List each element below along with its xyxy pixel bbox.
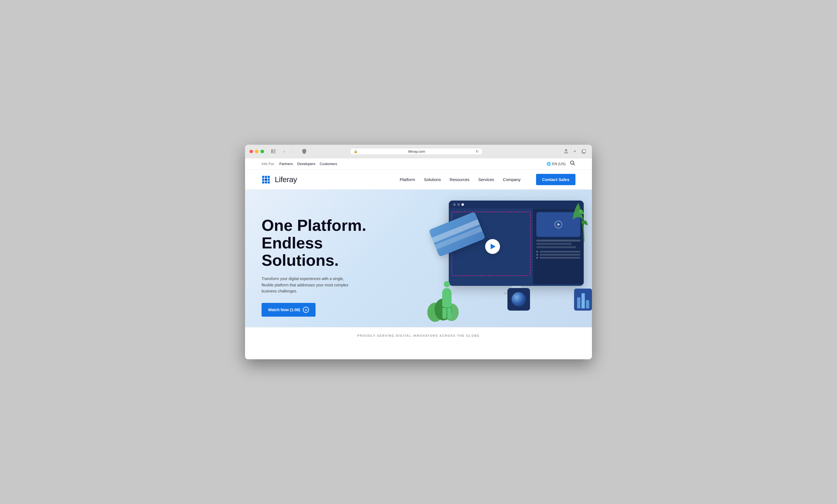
svg-rect-0 xyxy=(271,149,273,153)
info-bar-left: Info For: Partners Developers Customers xyxy=(262,162,337,166)
play-button-overlay[interactable] xyxy=(485,239,500,254)
info-bar-right: 🌐 EN (US) xyxy=(547,161,575,167)
person-figure xyxy=(442,281,451,319)
svg-point-6 xyxy=(570,161,574,164)
bottom-bar: PROUDLY SERVING DIGITAL INNOVATORS ACROS… xyxy=(245,327,592,344)
hero-content: One Platform. Endless Solutions. Transfo… xyxy=(262,217,383,317)
svg-rect-8 xyxy=(265,176,267,178)
nav-company[interactable]: Company xyxy=(503,177,521,182)
hero-section: One Platform. Endless Solutions. Transfo… xyxy=(245,189,592,327)
search-button[interactable] xyxy=(570,161,575,167)
developers-link[interactable]: Developers xyxy=(297,162,316,166)
nav-platform[interactable]: Platform xyxy=(400,177,415,182)
share-button[interactable] xyxy=(562,148,570,154)
logo-text: Liferay xyxy=(275,175,297,184)
back-button[interactable]: ‹ xyxy=(281,148,288,154)
address-bar[interactable]: 🔒 liferay.com ↻ xyxy=(350,148,482,155)
plant-right xyxy=(573,198,592,243)
contact-sales-button[interactable]: Contact Sales xyxy=(536,174,575,185)
minimize-button[interactable] xyxy=(255,150,259,153)
svg-rect-3 xyxy=(273,152,275,153)
hero-illustration xyxy=(410,195,592,327)
globe-icon: 🌐 xyxy=(547,162,551,166)
proudly-text: PROUDLY SERVING DIGITAL INNOVATORS ACROS… xyxy=(262,334,575,337)
hero-subtitle: Transform your digital experiences with … xyxy=(262,276,350,294)
video-play-icon xyxy=(554,221,562,228)
customers-link[interactable]: Customers xyxy=(320,162,337,166)
svg-rect-2 xyxy=(273,151,275,152)
svg-rect-7 xyxy=(262,176,264,178)
svg-rect-1 xyxy=(273,149,275,150)
svg-rect-12 xyxy=(268,179,270,181)
windows-button[interactable] xyxy=(580,148,588,154)
analytics-widget xyxy=(574,288,592,311)
forward-button[interactable]: › xyxy=(289,148,297,154)
nav-resources[interactable]: Resources xyxy=(450,177,469,182)
new-tab-button[interactable]: + xyxy=(571,148,579,154)
svg-rect-15 xyxy=(268,181,270,184)
main-navigation: Liferay Platform Solutions Resources Ser… xyxy=(245,170,592,189)
browser-nav-buttons: ‹ › xyxy=(281,148,297,154)
dot-list xyxy=(536,251,581,259)
close-button[interactable] xyxy=(249,150,253,153)
watch-now-button[interactable]: Watch Now (1:08) ▶ xyxy=(262,303,316,317)
info-bar: Info For: Partners Developers Customers … xyxy=(245,158,592,170)
browser-chrome: ‹ › 🔒 liferay.com ↻ xyxy=(245,145,592,158)
sidebar-toggle-button[interactable] xyxy=(270,148,277,154)
lock-icon: 🔒 xyxy=(354,150,358,153)
url-text: liferay.com xyxy=(360,149,474,153)
svg-rect-10 xyxy=(262,179,264,181)
language-label: EN (US) xyxy=(552,162,566,166)
svg-rect-9 xyxy=(268,176,270,178)
partners-link[interactable]: Partners xyxy=(279,162,293,166)
sphere-widget xyxy=(507,288,530,311)
svg-rect-5 xyxy=(583,150,586,153)
browser-actions: + xyxy=(562,148,588,154)
hero-title: One Platform. Endless Solutions. xyxy=(262,217,383,269)
traffic-lights xyxy=(249,150,264,153)
play-icon: ▶ xyxy=(303,307,309,313)
logo-icon xyxy=(262,175,270,184)
watch-btn-label: Watch Now (1:08) xyxy=(268,307,300,312)
browser-window: ‹ › 🔒 liferay.com ↻ xyxy=(245,145,592,359)
screen-titlebar xyxy=(449,201,584,209)
nav-links: Platform Solutions Resources Services Co… xyxy=(400,174,575,185)
logo-link[interactable]: Liferay xyxy=(262,175,297,184)
browser-titlebar: ‹ › 🔒 liferay.com ↻ xyxy=(245,145,592,158)
shield-icon xyxy=(300,147,309,155)
nav-services[interactable]: Services xyxy=(478,177,494,182)
svg-rect-13 xyxy=(262,181,264,184)
website-content: Info For: Partners Developers Customers … xyxy=(245,158,592,359)
nav-solutions[interactable]: Solutions xyxy=(424,177,441,182)
maximize-button[interactable] xyxy=(261,150,264,153)
info-label: Info For: xyxy=(262,162,275,166)
svg-rect-11 xyxy=(265,179,267,181)
svg-rect-14 xyxy=(265,181,267,184)
refresh-button[interactable]: ↻ xyxy=(476,149,479,153)
language-button[interactable]: 🌐 EN (US) xyxy=(547,162,566,166)
